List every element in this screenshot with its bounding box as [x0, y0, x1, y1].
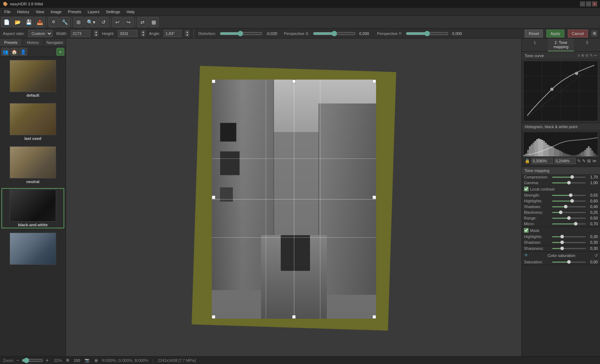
- people-group-btn[interactable]: 👥: [1, 48, 9, 56]
- open-btn[interactable]: 📂: [12, 17, 22, 27]
- menu-layers[interactable]: Layers: [85, 9, 102, 15]
- zoom-fit-status-btn[interactable]: ⊞: [66, 358, 69, 363]
- camera-icon[interactable]: 📷: [85, 358, 90, 363]
- canvas-area[interactable]: [66, 39, 521, 356]
- histogram-white-input[interactable]: [554, 158, 576, 164]
- right-tab-1[interactable]: 1: [522, 39, 548, 51]
- perspective-y-slider[interactable]: [406, 31, 449, 36]
- export-btn[interactable]: 📤: [35, 17, 45, 27]
- curve-icon-1[interactable]: ≡: [578, 53, 580, 58]
- menu-image[interactable]: Image: [48, 9, 65, 15]
- height-stepper[interactable]: ▲ ▼: [141, 30, 145, 36]
- cancel-button[interactable]: Cancel: [568, 30, 588, 37]
- grid-icon[interactable]: ⊞: [591, 31, 597, 36]
- layers-btn[interactable]: ▦: [149, 17, 159, 27]
- menu-file[interactable]: File: [1, 9, 14, 15]
- maximize-btn[interactable]: □: [586, 1, 591, 6]
- crop-handle-tl[interactable]: [212, 80, 215, 83]
- width-stepper[interactable]: ▲ ▼: [94, 30, 98, 36]
- home-btn[interactable]: 🏠: [10, 48, 18, 56]
- tone-mapping-title[interactable]: Tone mapping: [522, 167, 600, 174]
- preset-neutral[interactable]: neutral: [1, 145, 64, 185]
- blackness-slider[interactable]: [552, 212, 586, 213]
- curve-icon-3[interactable]: ⊖: [585, 53, 589, 58]
- distortion-slider[interactable]: [220, 31, 262, 36]
- eye-icon[interactable]: 👁: [524, 253, 529, 258]
- hist-pick-btn1[interactable]: ✎: [577, 158, 581, 163]
- preset-last-used[interactable]: last used: [1, 102, 64, 142]
- gamma-slider[interactable]: [552, 182, 586, 183]
- menu-view[interactable]: View: [33, 9, 47, 15]
- mask-shadows-slider[interactable]: [552, 242, 586, 243]
- close-btn[interactable]: ✕: [592, 1, 597, 6]
- menu-history[interactable]: History: [14, 9, 32, 15]
- saturation-slider[interactable]: [552, 262, 586, 263]
- histogram-lock-input[interactable]: [531, 158, 553, 164]
- menu-presets[interactable]: Presets: [65, 9, 84, 15]
- add-preset-btn[interactable]: +: [56, 48, 64, 56]
- crop-handle-bl[interactable]: [212, 315, 215, 319]
- tone-curve-display[interactable]: [523, 61, 598, 121]
- stack-btn[interactable]: ⚙: [49, 17, 59, 27]
- color-sat-reset[interactable]: ↺: [594, 253, 598, 258]
- save-btn[interactable]: 💾: [24, 17, 34, 27]
- svg-rect-32: [561, 152, 563, 157]
- apply-button[interactable]: Apply: [546, 30, 564, 37]
- angle-input[interactable]: [164, 30, 181, 37]
- mask-checkbox[interactable]: [524, 228, 529, 233]
- compression-slider[interactable]: [552, 177, 586, 178]
- zoom-out-btn[interactable]: －: [15, 357, 20, 364]
- zoom-slider[interactable]: [22, 358, 43, 363]
- curve-icon-5[interactable]: ↩: [594, 53, 597, 58]
- zoom-dropdown-btn[interactable]: 🔍▾: [85, 17, 98, 27]
- tab-history[interactable]: History: [22, 39, 44, 46]
- sharpness-slider[interactable]: [552, 248, 586, 249]
- menu-help[interactable]: Help: [124, 9, 138, 15]
- preset-black-white[interactable]: black-and-white: [1, 188, 64, 228]
- width-input[interactable]: [71, 30, 90, 37]
- preset-sky[interactable]: [1, 231, 64, 267]
- transform-btn[interactable]: ⇄: [138, 17, 148, 27]
- zoom-fit-btn[interactable]: ⊞: [74, 17, 84, 27]
- new-btn[interactable]: 📄: [1, 17, 11, 27]
- crop-handle-ml[interactable]: [212, 196, 215, 199]
- hist-expand-btn[interactable]: ⊞: [587, 158, 591, 163]
- micro-slider[interactable]: [552, 223, 586, 224]
- lock-icon[interactable]: 🔒: [525, 158, 530, 163]
- range-slider[interactable]: [552, 218, 586, 219]
- local-contrast-checkbox[interactable]: [524, 187, 529, 191]
- highlights-slider[interactable]: [552, 201, 586, 202]
- zoom-in-btn[interactable]: ＋: [45, 357, 50, 364]
- redo-btn[interactable]: ↪: [124, 17, 134, 27]
- hist-pick-btn2[interactable]: ✎: [582, 158, 586, 163]
- zoom-refresh-btn[interactable]: ↺: [99, 17, 109, 27]
- reset-button[interactable]: Reset: [525, 30, 543, 37]
- right-tab-2[interactable]: 2: Tone mapping: [548, 39, 574, 51]
- undo-btn[interactable]: ↩: [112, 17, 122, 27]
- shadows-slider[interactable]: [552, 206, 586, 207]
- angle-stepper[interactable]: ▲ ▼: [185, 30, 189, 36]
- aspect-ratio-select[interactable]: Custom 1:1 4:3 16:9: [28, 30, 52, 37]
- process-btn[interactable]: 🔧: [60, 17, 70, 27]
- crop-handle-bc[interactable]: [292, 315, 296, 319]
- curve-icon-4[interactable]: ✎: [590, 53, 593, 58]
- preset-default[interactable]: default: [1, 59, 64, 99]
- hist-options-btn[interactable]: ≫: [592, 158, 597, 163]
- crop-handle-tc[interactable]: [292, 80, 296, 83]
- strength-slider[interactable]: [552, 195, 586, 196]
- tab-navigator[interactable]: Navigator: [44, 39, 66, 46]
- zoom-100-btn[interactable]: 100: [74, 358, 80, 363]
- curve-icon-2[interactable]: ⊕: [581, 53, 584, 58]
- right-tab-3[interactable]: 3: [574, 39, 600, 51]
- crop-handle-br[interactable]: [372, 315, 376, 319]
- crop-handle-mr[interactable]: [372, 196, 376, 199]
- tab-presets[interactable]: Presets: [0, 39, 22, 46]
- height-input[interactable]: [118, 30, 138, 37]
- minimize-btn[interactable]: ─: [580, 1, 585, 6]
- mask-highlights-slider[interactable]: [552, 236, 586, 237]
- crop-handle-tr[interactable]: [372, 80, 376, 83]
- monitor-icon[interactable]: 🖥: [94, 358, 98, 363]
- person-btn[interactable]: 👤: [19, 48, 27, 56]
- perspective-x-slider[interactable]: [313, 31, 356, 36]
- menu-settings[interactable]: Settings: [103, 9, 123, 15]
